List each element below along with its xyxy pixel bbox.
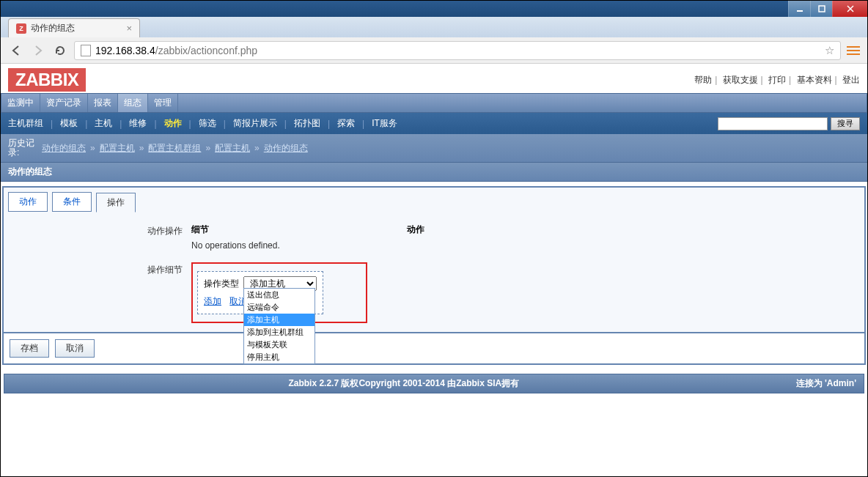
operation-type-dropdown: 送出信息 远端命令 添加主机 添加到主机群组 与模板关联 停用主机	[243, 288, 315, 364]
section-title: 动作的组态	[1, 162, 867, 182]
link-print[interactable]: 打印	[768, 75, 786, 85]
option-send-message[interactable]: 送出信息	[244, 289, 315, 301]
highlight-box: 操作类型 添加主机 添加 取消 送出信息 远端命令 添加主	[191, 262, 367, 323]
tab-operation[interactable]: 操作	[96, 193, 136, 212]
tab-action[interactable]: 动作	[8, 192, 48, 212]
browser-toolbar: 192.168.38.4/zabbix/actionconf.php ☆	[1, 37, 867, 64]
breadcrumb-link[interactable]: 配置主机群组	[148, 142, 201, 155]
secondary-nav: 主机群组| 模板| 主机| 维修| 动作| 筛选| 简报片展示| 拓扑图| 探索…	[1, 113, 867, 134]
label-op-detail: 操作细节	[8, 262, 191, 323]
nav-back-button[interactable]	[8, 42, 24, 59]
nav2-item[interactable]: 主机	[95, 116, 112, 131]
page-icon	[81, 45, 91, 56]
browser-tab[interactable]: Z 动作的组态 ×	[8, 18, 140, 37]
nav1-item[interactable]: 资产记录	[40, 94, 88, 112]
option-remote-command[interactable]: 远端命令	[244, 301, 315, 314]
form-actions: 存档 取消	[2, 333, 866, 365]
nav2-item[interactable]: 筛选	[199, 116, 216, 131]
footer: Zabbix 2.2.7 版权Copyright 2001-2014 由Zabb…	[4, 374, 864, 393]
breadcrumb-link[interactable]: 动作的组态	[42, 142, 86, 155]
nav2-item[interactable]: 探索	[337, 116, 355, 131]
nav-reload-button[interactable]	[52, 42, 68, 59]
zabbix-logo: ZABBIX	[8, 68, 86, 92]
nav2-item[interactable]: 简报片展示	[233, 116, 277, 131]
nav2-item[interactable]: IT服务	[372, 116, 397, 131]
option-disable-host[interactable]: 停用主机	[244, 351, 315, 363]
search-button[interactable]: 搜寻	[831, 117, 860, 130]
nav2-item[interactable]: 维修	[129, 116, 147, 131]
search-box: 搜寻	[718, 117, 860, 130]
save-button[interactable]: 存档	[10, 339, 49, 358]
nav1-item[interactable]: 管理	[148, 94, 178, 112]
panel-tabs: 动作 条件 操作	[8, 192, 860, 212]
window-minimize-button[interactable]	[788, 1, 810, 17]
tab-close-icon[interactable]: ×	[126, 23, 132, 34]
footer-status: 连接为 'Admin'	[796, 377, 856, 390]
breadcrumb: 历史记录: 动作的组态» 配置主机» 配置主机群组» 配置主机» 动作的组态	[1, 134, 867, 162]
link-help[interactable]: 帮助	[694, 75, 712, 85]
search-input[interactable]	[718, 117, 828, 130]
col-action: 动作	[407, 223, 424, 236]
label-optype: 操作类型	[204, 278, 239, 290]
ops-table-header: 细节 动作	[191, 223, 860, 236]
option-link-template[interactable]: 与模板关联	[244, 339, 315, 351]
label-action-ops: 动作操作	[8, 223, 191, 254]
breadcrumb-label: 历史记录:	[8, 138, 37, 158]
link-profile[interactable]: 基本资料	[797, 75, 832, 85]
cancel-button[interactable]: 取消	[55, 339, 95, 358]
ops-empty-text: No operations defined.	[191, 237, 860, 254]
nav2-item[interactable]: 动作	[164, 116, 182, 131]
link-logout[interactable]: 登出	[842, 75, 860, 85]
address-bar[interactable]: 192.168.38.4/zabbix/actionconf.php ☆	[74, 41, 841, 60]
svg-rect-0	[797, 10, 803, 12]
breadcrumb-link[interactable]: 动作的组态	[264, 142, 308, 155]
primary-nav: 监测中 资产记录 报表 组态 管理	[1, 93, 867, 113]
nav2-item[interactable]: 主机群组	[8, 116, 43, 131]
window-close-button[interactable]	[832, 1, 867, 17]
row-operation-detail: 操作细节 操作类型 添加主机 添加 取消	[8, 258, 860, 328]
window-titlebar	[1, 1, 867, 17]
nav-forward-button[interactable]	[30, 42, 46, 59]
nav1-item[interactable]: 报表	[88, 94, 118, 112]
nav1-item[interactable]: 监测中	[1, 94, 40, 112]
link-add-operation[interactable]: 添加	[204, 296, 221, 306]
config-panel: 动作 条件 操作 动作操作 细节 动作 No operations define…	[2, 186, 866, 333]
footer-copyright: Zabbix 2.2.7 版权Copyright 2001-2014 由Zabb…	[12, 377, 796, 390]
tab-condition[interactable]: 条件	[52, 192, 92, 212]
app-header: ZABBIX 帮助| 获取支援| 打印| 基本资料| 登出	[1, 64, 867, 93]
col-detail: 细节	[191, 223, 209, 236]
tab-title: 动作的组态	[31, 22, 75, 34]
browser-menu-button[interactable]	[847, 46, 860, 55]
zabbix-favicon: Z	[16, 23, 26, 34]
option-add-host[interactable]: 添加主机	[244, 314, 315, 326]
breadcrumb-link[interactable]: 配置主机	[215, 142, 250, 155]
svg-rect-1	[819, 6, 825, 12]
nav2-item[interactable]: 拓扑图	[294, 116, 320, 131]
main-content: 动作 条件 操作 动作操作 细节 动作 No operations define…	[1, 182, 867, 398]
nav2-item[interactable]: 模板	[60, 116, 78, 131]
breadcrumb-link[interactable]: 配置主机	[100, 142, 135, 155]
link-support[interactable]: 获取支援	[723, 75, 758, 85]
bookmark-star-icon[interactable]: ☆	[825, 44, 834, 57]
option-add-to-hostgroup[interactable]: 添加到主机群组	[244, 326, 315, 339]
window-maximize-button[interactable]	[810, 1, 832, 17]
top-links: 帮助| 获取支援| 打印| 基本资料| 登出	[694, 74, 860, 86]
url-text: 192.168.38.4/zabbix/actionconf.php	[95, 45, 257, 56]
row-action-operations: 动作操作 细节 动作 No operations defined.	[8, 219, 860, 258]
nav1-item[interactable]: 组态	[118, 94, 148, 112]
browser-tab-strip: Z 动作的组态 ×	[1, 17, 867, 37]
